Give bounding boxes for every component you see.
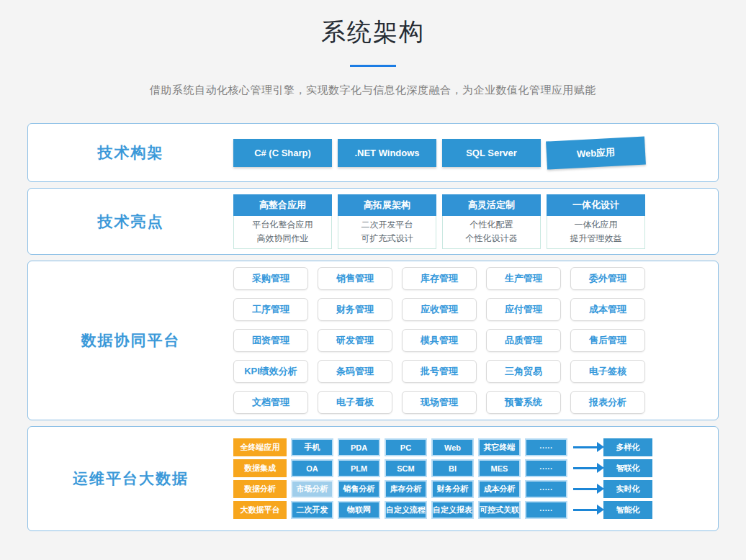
ops-chip: OA [291, 459, 333, 477]
module-button-cost[interactable]: 成本管理 [570, 298, 645, 321]
ops-chip: PC [385, 438, 427, 456]
module-button-receivable[interactable]: 应收管理 [402, 298, 477, 321]
module-button-rnd[interactable]: 研发管理 [318, 329, 392, 352]
ops-chip: 物联网 [338, 501, 380, 519]
highlight-card-row: 高整合应用 平台化整合应用 高效协同作业 高拓展架构 二次开发平台 可扩充式设计… [233, 194, 718, 249]
module-button-payable[interactable]: 应付管理 [486, 298, 561, 321]
tech-button-csharp[interactable]: C# (C Sharp) [233, 139, 332, 167]
highlight-card-line: 一体化应用 [547, 218, 644, 232]
ops-result-label: 智能化 [603, 501, 652, 519]
ops-result-label: 多样化 [603, 438, 652, 456]
section-ops-bigdata: 运维平台大数据 全终端应用 手机 PDA PC Web 其它终端 ····· 多… [27, 426, 719, 531]
ops-chip: 自定义流程 [385, 501, 427, 519]
page-subtitle: 借助系统自动化核心管理引擎，实现数字化与信息化深度融合，为企业数值化管理应用赋能 [0, 83, 746, 97]
module-button-barcode[interactable]: 条码管理 [318, 360, 392, 383]
title-underline [350, 65, 396, 67]
tech-button-web[interactable]: Web应用 [546, 136, 646, 169]
ops-row-terminals: 全终端应用 手机 PDA PC Web 其它终端 ····· 多样化 [233, 438, 718, 456]
arrow-right-icon [573, 467, 598, 469]
ops-chip: 手机 [291, 438, 333, 456]
ops-chip: Web [431, 438, 474, 456]
tech-button-sqlserver[interactable]: SQL Server [442, 139, 541, 167]
highlight-card-body: 平台化整合应用 高效协同作业 [233, 216, 332, 249]
section-data-platform: 数据协同平台 采购管理 销售管理 库存管理 生产管理 委外管理 工序管理 财务管… [27, 261, 719, 420]
ops-chip: 二次开发 [291, 501, 333, 519]
highlight-card-line: 提升管理效益 [547, 232, 644, 245]
module-grid: 采购管理 销售管理 库存管理 生产管理 委外管理 工序管理 财务管理 应收管理 … [233, 267, 718, 414]
module-button-outsourcing[interactable]: 委外管理 [570, 267, 645, 290]
highlight-card-title: 高灵活定制 [442, 194, 541, 216]
ops-chip: 可控式关联 [478, 501, 521, 519]
section-tech-highlights: 技术亮点 高整合应用 平台化整合应用 高效协同作业 高拓展架构 二次开发平台 可… [27, 188, 719, 255]
module-button-production[interactable]: 生产管理 [486, 267, 561, 290]
ops-category-label: 数据集成 [233, 459, 287, 477]
ops-category-label: 大数据平台 [233, 501, 287, 519]
ops-chip: 销售分析 [338, 480, 380, 498]
module-button-shopfloor[interactable]: 现场管理 [402, 391, 477, 414]
module-button-kpi[interactable]: KPI绩效分析 [233, 360, 308, 383]
highlight-card-body: 一体化应用 提升管理效益 [547, 216, 645, 249]
tech-button-row: C# (C Sharp) .NET Windows SQL Server Web… [233, 139, 718, 167]
module-button-aftersales[interactable]: 售后管理 [570, 329, 645, 352]
ops-chip: SCM [385, 459, 427, 477]
module-button-sales[interactable]: 销售管理 [318, 267, 392, 290]
module-button-quality[interactable]: 品质管理 [486, 329, 561, 352]
highlight-card-line: 可扩充式设计 [338, 232, 436, 245]
section-tech-framework: 技术构架 C# (C Sharp) .NET Windows SQL Serve… [27, 123, 719, 182]
ops-row-integration: 数据集成 OA PLM SCM BI MES ····· 智联化 [233, 459, 718, 477]
module-button-alert[interactable]: 预警系统 [486, 391, 561, 414]
module-button-mold[interactable]: 模具管理 [402, 329, 477, 352]
highlight-card-title: 一体化设计 [547, 194, 645, 216]
ops-chip-ellipsis: ····· [525, 480, 567, 498]
highlight-card-body: 二次开发平台 可扩充式设计 [338, 216, 436, 249]
highlight-card-unified: 一体化设计 一体化应用 提升管理效益 [547, 194, 645, 249]
ops-chip: 库存分析 [385, 480, 427, 498]
arrow-right-icon [573, 446, 598, 448]
module-button-purchase[interactable]: 采购管理 [233, 267, 308, 290]
section-data-platform-label: 数据协同平台 [28, 330, 233, 351]
ops-chip-ellipsis: ····· [525, 438, 567, 456]
ops-rows: 全终端应用 手机 PDA PC Web 其它终端 ····· 多样化 数据集成 … [233, 438, 718, 519]
highlight-card-integration: 高整合应用 平台化整合应用 高效协同作业 [233, 194, 332, 249]
ops-chip: 财务分析 [431, 480, 474, 498]
highlight-card-line: 个性化配置 [443, 218, 540, 232]
highlight-card-flexibility: 高灵活定制 个性化配置 个性化设计器 [442, 194, 541, 249]
highlight-card-body: 个性化配置 个性化设计器 [442, 216, 541, 249]
module-button-document[interactable]: 文档管理 [233, 391, 308, 414]
ops-chip: 自定义报表 [431, 501, 474, 519]
highlight-card-extensibility: 高拓展架构 二次开发平台 可扩充式设计 [338, 194, 436, 249]
page-title: 系统架构 [0, 16, 746, 49]
highlight-card-title: 高拓展架构 [338, 194, 436, 216]
highlight-card-line: 高效协同作业 [234, 232, 331, 245]
highlight-card-line: 个性化设计器 [443, 232, 540, 245]
ops-chip: MES [478, 459, 521, 477]
module-button-finance[interactable]: 财务管理 [318, 298, 392, 321]
module-button-inventory[interactable]: 库存管理 [402, 267, 477, 290]
section-tech-highlights-label: 技术亮点 [28, 212, 233, 232]
arrow-right-icon [573, 488, 598, 490]
tech-button-dotnet[interactable]: .NET Windows [338, 139, 436, 167]
section-tech-framework-label: 技术构架 [28, 143, 233, 163]
ops-row-analysis: 数据分析 市场分析 销售分析 库存分析 财务分析 成本分析 ····· 实时化 [233, 480, 718, 498]
ops-result-label: 智联化 [603, 459, 652, 477]
module-button-process[interactable]: 工序管理 [233, 298, 308, 321]
ops-result-label: 实时化 [603, 480, 652, 498]
ops-chip: PDA [338, 438, 380, 456]
ops-row-bigdata-platform: 大数据平台 二次开发 物联网 自定义流程 自定义报表 可控式关联 ····· 智… [233, 501, 718, 519]
page-header: 系统架构 借助系统自动化核心管理引擎，实现数字化与信息化深度融合，为企业数值化管… [0, 0, 746, 97]
arrow-right-icon [573, 509, 598, 511]
section-ops-bigdata-label: 运维平台大数据 [28, 469, 233, 489]
ops-chip: 其它终端 [478, 438, 521, 456]
module-button-kanban[interactable]: 电子看板 [318, 391, 392, 414]
highlight-card-line: 平台化整合应用 [234, 218, 331, 232]
highlight-card-line: 二次开发平台 [338, 218, 436, 232]
ops-category-label: 数据分析 [233, 480, 287, 498]
module-button-fixed-assets[interactable]: 固资管理 [233, 329, 308, 352]
ops-chip: PLM [338, 459, 380, 477]
ops-chip-ellipsis: ····· [525, 501, 567, 519]
ops-chip-ellipsis: ····· [525, 459, 567, 477]
module-button-report[interactable]: 报表分析 [570, 391, 645, 414]
module-button-batch[interactable]: 批号管理 [402, 360, 477, 383]
module-button-triangle-trade[interactable]: 三角贸易 [486, 360, 561, 383]
module-button-esign[interactable]: 电子签核 [570, 360, 645, 383]
